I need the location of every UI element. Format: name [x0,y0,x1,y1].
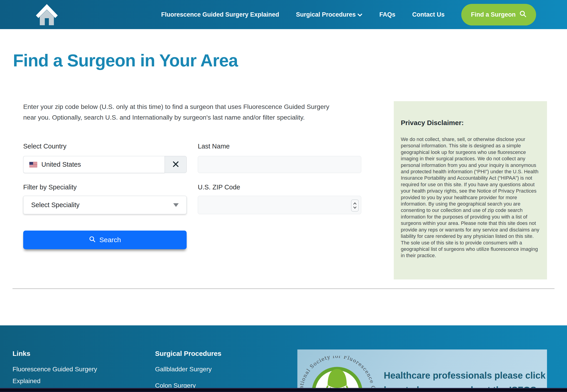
footer-link-gallbladder-surgery[interactable]: Gallbladder Surgery [155,363,212,375]
page: Fluorescence Guided Surgery Explained Su… [0,0,567,392]
nav-link-faqs[interactable]: FAQs [379,11,395,18]
speciality-selected-value: Select Speciality [31,201,80,209]
country-input[interactable]: United States [23,156,165,173]
nav-link-surgical-procedures-label: Surgical Procedures [296,11,356,18]
clear-country-button[interactable] [165,156,187,173]
country-field-group: United States [23,156,187,173]
search-icon [519,10,526,19]
speciality-label: Filter by Speciality [23,183,77,191]
clear-x-icon [172,161,179,168]
search-button-icon [89,236,96,244]
nav-links: Fluorescence Guided Surgery Explained Su… [161,4,536,26]
bottom-bar [0,388,567,392]
search-button[interactable]: Search [23,231,187,249]
footer-link-fgs-explained[interactable]: Fluorescence Guided Surgery Explained [13,363,108,387]
us-flag-icon [29,162,37,168]
last-name-input[interactable] [198,156,361,173]
country-value: United States [41,161,81,168]
country-label: Select Country [23,142,66,150]
nav-link-contact-us[interactable]: Contact Us [412,11,445,18]
find-a-surgeon-label: Find a Surgeon [471,11,516,18]
speciality-select[interactable]: Select Speciality [23,196,187,214]
home-icon [35,3,59,26]
number-spinner-icon[interactable] [351,199,359,212]
privacy-body: We do not collect, share, sell, or other… [401,136,540,259]
footer-links-heading: Links [13,350,30,357]
caret-down-icon [173,203,179,207]
privacy-disclaimer-box: Privacy Disclaimer: We do not collect, s… [394,101,547,280]
top-nav: Fluorescence Guided Surgery Explained Su… [0,0,567,29]
home-button[interactable] [35,3,59,26]
isfgs-banner-link[interactable]: International Society for Fluorescence G… [297,350,547,392]
footer-procedures-heading: Surgical Procedures [155,350,221,357]
chevron-down-icon [357,11,362,18]
privacy-title: Privacy Disclaimer: [401,119,540,127]
nav-link-fgs-explained[interactable]: Fluorescence Guided Surgery Explained [161,11,279,18]
zip-label: U.S. ZIP Code [198,183,240,191]
jellyfish-logo-icon: International Society for Fluorescence G… [298,356,376,392]
zip-input[interactable] [198,196,361,214]
find-a-surgeon-button[interactable]: Find a Surgeon [461,4,536,26]
search-button-label: Search [99,236,121,244]
section-divider [13,288,554,289]
last-name-label: Last Name [198,142,230,150]
intro-text: Enter your zip code below (U.S. only at … [23,101,342,123]
page-title: Find a Surgeon in Your Area [13,51,238,70]
nav-link-surgical-procedures[interactable]: Surgical Procedures [296,11,363,18]
